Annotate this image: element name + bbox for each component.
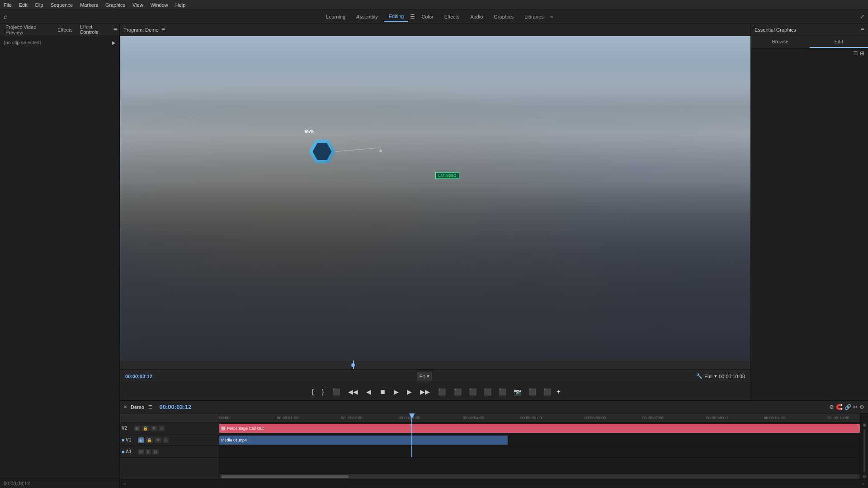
program-header: Program: Demo ☰ [120, 23, 750, 36]
tab-color[interactable]: Color [417, 12, 438, 21]
menu-graphics[interactable]: Graphics [105, 2, 125, 8]
menu-sequence[interactable]: Sequence [51, 2, 73, 8]
v1-track-content[interactable]: Media 01.mp4 [219, 434, 860, 446]
camera-button[interactable]: 📷 [512, 387, 523, 396]
location-tag: LATINOSO [435, 172, 460, 179]
bottom-bar: ○ ○ [120, 479, 868, 488]
menu-view[interactable]: View [132, 2, 143, 8]
more-tabs-icon[interactable]: » [550, 14, 553, 20]
list-view-icon[interactable]: ☰ [853, 50, 858, 56]
current-timecode: 00:00:03:12 [125, 374, 152, 379]
scrollbar-thumb[interactable] [221, 475, 349, 478]
timeline-filter-icon[interactable]: ⚙ [829, 404, 834, 410]
v1-lock-btn[interactable]: 🔒 [146, 437, 153, 443]
scrollbar-track[interactable] [221, 475, 858, 478]
timeline-menu-icon[interactable]: ☰ [148, 404, 152, 409]
tab-assembly[interactable]: Assembly [352, 12, 382, 21]
program-menu-icon[interactable]: ☰ [161, 27, 165, 32]
playback-quality-icon: 🔧 [696, 373, 703, 379]
a1-sync-btn[interactable]: ⊞ [152, 449, 159, 455]
zoom-in-icon[interactable]: ⊕ [863, 422, 866, 427]
grid-view-icon[interactable]: ⊞ [860, 50, 864, 56]
mark-in-button[interactable]: { [310, 387, 316, 396]
bottom-right-btn[interactable]: ○ [862, 481, 864, 486]
horizontal-scrollbar[interactable] [219, 474, 860, 479]
step-forward-button[interactable]: ⬛ [436, 387, 448, 396]
menu-markers[interactable]: Markers [80, 2, 98, 8]
tab-effect-controls[interactable]: Effect Controls [76, 22, 113, 38]
export-frame-button[interactable]: ⬛ [527, 387, 538, 396]
v2-lock-btn[interactable]: 🔒 [142, 426, 149, 431]
extract-button[interactable]: ⬛ [497, 387, 508, 396]
zoom-out-icon[interactable]: ⊖ [863, 474, 866, 479]
menu-edit[interactable]: Edit [19, 2, 28, 8]
scrubber-dot[interactable] [351, 363, 355, 367]
tab-effects[interactable]: Effects [54, 25, 76, 34]
right-timecode: 🔧 Full ▾ 00:00:10:08 [696, 373, 745, 379]
v1-target-btn[interactable]: ◇ [163, 437, 169, 443]
menu-file[interactable]: File [4, 2, 12, 8]
tab-libraries[interactable]: Libraries [520, 12, 548, 21]
video-timebar[interactable] [120, 360, 750, 369]
v2-clip-percentage-callout[interactable]: ⬜ Percentage Call Out [219, 424, 860, 433]
stop-button[interactable]: ⏹ [377, 387, 387, 396]
v2-track-content[interactable]: ⬜ Percentage Call Out [219, 422, 860, 434]
tab-browse[interactable]: Browse [751, 36, 810, 48]
v1-sync-btn[interactable]: ⊞ [138, 437, 144, 443]
lift-button[interactable]: ⬛ [482, 387, 493, 396]
maximize-icon[interactable]: ⤢ [860, 14, 864, 20]
timeline-razor-icon[interactable]: ✂ [853, 404, 858, 410]
v2-track-row: ⬜ Percentage Call Out [219, 422, 860, 434]
timebar-track[interactable] [120, 360, 750, 369]
callout-percent-text: 65% [305, 129, 315, 134]
menu-clip[interactable]: Clip [35, 2, 43, 8]
v1-visibility-btn[interactable]: 👁 [155, 437, 161, 443]
export-button[interactable]: ⬛ [542, 387, 553, 396]
bottom-circle-btn[interactable]: ○ [123, 481, 126, 486]
a1-track-content[interactable] [219, 446, 860, 457]
ruler-mark-2: 00:00:02:00 [341, 416, 363, 420]
menu-window[interactable]: Window [151, 2, 168, 8]
editing-options-icon[interactable]: ☰ [410, 14, 415, 20]
fast-forward-button[interactable]: ▶▶ [418, 387, 432, 396]
essential-graphics-menu-icon[interactable]: ☰ [860, 27, 864, 32]
panel-menu-icon[interactable]: ☰ [113, 27, 118, 32]
v2-visibility-btn[interactable]: 👁 [151, 426, 157, 431]
rewind-button[interactable]: ◀◀ [346, 387, 360, 396]
essential-graphics-panel: Essential Graphics ☰ Browse Edit ☰ ⊞ [750, 23, 868, 400]
v2-target-btn[interactable]: ◇ [159, 426, 165, 431]
timeline-link-icon[interactable]: 🔗 [844, 404, 851, 410]
tab-edit[interactable]: Edit [810, 36, 868, 48]
workspace-bar: ⌂ Learning Assembly Editing ☰ Color Effe… [0, 10, 868, 23]
home-icon[interactable]: ⌂ [4, 13, 7, 20]
play-button[interactable]: ▶ [392, 387, 401, 396]
v2-sync-btn[interactable]: ⊞ [134, 426, 140, 431]
menu-help[interactable]: Help [175, 2, 186, 8]
fit-dropdown[interactable]: Fit ▾ [417, 372, 431, 380]
tab-editing[interactable]: Editing [384, 12, 409, 22]
tab-effects[interactable]: Effects [440, 12, 464, 21]
a1-solo-btn[interactable]: S [146, 449, 151, 455]
insert-button[interactable]: ⬛ [452, 387, 463, 396]
tab-project[interactable]: Project: Video Preview [2, 23, 54, 37]
step-forward-frame[interactable]: ▶ [405, 387, 414, 396]
mark-out-button[interactable]: } [320, 387, 326, 396]
timeline-settings-icon[interactable]: ⚙ [859, 404, 864, 410]
tab-graphics-ws[interactable]: Graphics [489, 12, 518, 21]
tab-learning[interactable]: Learning [321, 12, 350, 21]
tracks-wrapper: V2 ⊞ 🔒 👁 ◇ ■ V1 ⊞ 🔒 [120, 413, 868, 479]
vertical-scroll-track[interactable] [863, 429, 865, 472]
timeline-snap-icon[interactable]: 🧲 [836, 404, 843, 410]
tab-audio[interactable]: Audio [466, 12, 487, 21]
timeline-timecode[interactable]: 00:00:03:12 [156, 404, 195, 410]
step-back-button[interactable]: ⬛ [330, 387, 342, 396]
step-back-frame[interactable]: ◀ [364, 387, 373, 396]
v1-track-header-row: ■ V1 ⊞ 🔒 👁 ◇ [120, 434, 219, 446]
overwrite-button[interactable]: ⬛ [467, 387, 478, 396]
video-cityscape: 65% LATINOSO [120, 36, 750, 360]
ruler-mark-6: 00:00:06:00 [585, 416, 606, 420]
a1-mute-btn[interactable]: M [138, 449, 144, 455]
v1-clip-media[interactable]: Media 01.mp4 [219, 436, 508, 445]
add-controls-button[interactable]: + [557, 388, 561, 396]
timeline-close-icon[interactable]: ✕ [123, 404, 127, 409]
